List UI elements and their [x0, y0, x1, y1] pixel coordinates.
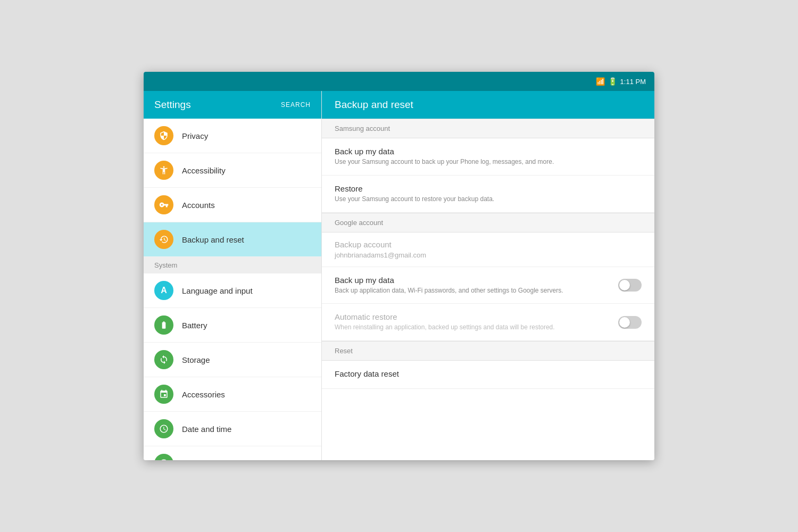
sidebar-item-privacy[interactable]: Privacy [144, 119, 321, 153]
content-area: Backup and reset Samsung account Back up… [322, 91, 654, 460]
date-time-icon [154, 419, 173, 438]
privacy-icon [154, 126, 173, 145]
samsung-account-header: Samsung account [322, 119, 654, 138]
accounts-icon [154, 195, 173, 214]
storage-label: Storage [182, 355, 210, 364]
sidebar-item-accounts[interactable]: Accounts [144, 188, 321, 222]
sidebar-item-date-time[interactable]: Date and time [144, 412, 321, 446]
google-account-header: Google account [322, 213, 654, 232]
backup-reset-icon [154, 230, 173, 249]
about-device-label: About device [182, 459, 228, 461]
device-frame: 📶 🔋 1:11 PM Settings SEARCH Privacy [144, 72, 654, 460]
language-icon: A [154, 281, 173, 300]
content-body: Samsung account Back up my data Use your… [322, 119, 654, 460]
sidebar-item-storage[interactable]: Storage [144, 343, 321, 377]
backup-my-data-google-title: Back up my data [335, 276, 618, 285]
storage-icon [154, 350, 173, 369]
backup-reset-label: Backup and reset [182, 235, 244, 244]
sidebar-item-accessories[interactable]: Accessories [144, 377, 321, 412]
backup-my-data-samsung[interactable]: Back up my data Use your Samsung account… [322, 138, 654, 176]
status-time: 1:11 PM [620, 78, 646, 86]
factory-data-reset-text: Factory data reset [335, 369, 642, 380]
backup-my-data-samsung-desc: Use your Samsung account to back up your… [335, 157, 642, 167]
date-time-label: Date and time [182, 425, 231, 434]
about-device-icon [154, 454, 173, 460]
backup-my-data-samsung-title: Back up my data [335, 147, 642, 156]
wifi-icon: 📶 [596, 77, 605, 86]
accounts-label: Accounts [182, 201, 215, 210]
language-label: Language and input [182, 286, 253, 295]
privacy-label: Privacy [182, 131, 208, 140]
factory-data-reset[interactable]: Factory data reset [322, 361, 654, 389]
automatic-restore-desc: When reinstalling an application, backed… [335, 323, 618, 332]
search-button[interactable]: SEARCH [281, 101, 311, 109]
sidebar-header: Settings SEARCH [144, 91, 321, 119]
battery-icon: 🔋 [608, 77, 617, 86]
restore-samsung[interactable]: Restore Use your Samsung account to rest… [322, 176, 654, 213]
sidebar-item-battery[interactable]: Battery [144, 308, 321, 343]
content-header: Backup and reset [322, 91, 654, 119]
backup-my-data-google-desc: Back up application data, Wi-Fi password… [335, 286, 618, 295]
accessibility-label: Accessibility [182, 166, 226, 175]
automatic-restore-title: Automatic restore [335, 312, 618, 321]
backup-account-title: Backup account [335, 240, 642, 249]
reset-section-header: Reset [322, 341, 654, 361]
backup-my-data-google[interactable]: Back up my data Back up application data… [322, 267, 654, 304]
sidebar: Settings SEARCH Privacy Accessibility [144, 91, 322, 460]
backup-my-data-google-text: Back up my data Back up application data… [335, 276, 618, 295]
status-bar: 📶 🔋 1:11 PM [144, 72, 654, 91]
accessories-label: Accessories [182, 390, 225, 399]
status-icons: 📶 🔋 1:11 PM [596, 77, 646, 86]
system-section-divider: System [144, 257, 321, 273]
sidebar-item-backup-reset[interactable]: Backup and reset [144, 222, 321, 257]
backup-my-data-google-toggle[interactable] [618, 279, 642, 292]
factory-data-reset-title: Factory data reset [335, 369, 642, 378]
automatic-restore-toggle[interactable] [618, 316, 642, 329]
restore-samsung-title: Restore [335, 184, 642, 193]
battery-label: Battery [182, 321, 207, 330]
backup-my-data-samsung-text: Back up my data Use your Samsung account… [335, 147, 642, 167]
automatic-restore-item[interactable]: Automatic restore When reinstalling an a… [322, 304, 654, 341]
sidebar-item-accessibility[interactable]: Accessibility [144, 153, 321, 188]
sidebar-title: Settings [154, 99, 191, 111]
battery-sidebar-icon [154, 315, 173, 335]
sidebar-item-about-device[interactable]: About device [144, 446, 321, 460]
restore-samsung-text: Restore Use your Samsung account to rest… [335, 184, 642, 204]
backup-account-email: johnbrianadams1@gmail.com [335, 251, 642, 259]
accessories-icon [154, 385, 173, 404]
content-title: Backup and reset [335, 99, 413, 111]
main-layout: Settings SEARCH Privacy Accessibility [144, 91, 654, 460]
automatic-restore-text: Automatic restore When reinstalling an a… [335, 312, 618, 332]
accessibility-icon [154, 161, 173, 180]
backup-account-item[interactable]: Backup account johnbrianadams1@gmail.com [322, 232, 654, 267]
sidebar-item-language-input[interactable]: A Language and input [144, 273, 321, 308]
restore-samsung-desc: Use your Samsung account to restore your… [335, 195, 642, 204]
